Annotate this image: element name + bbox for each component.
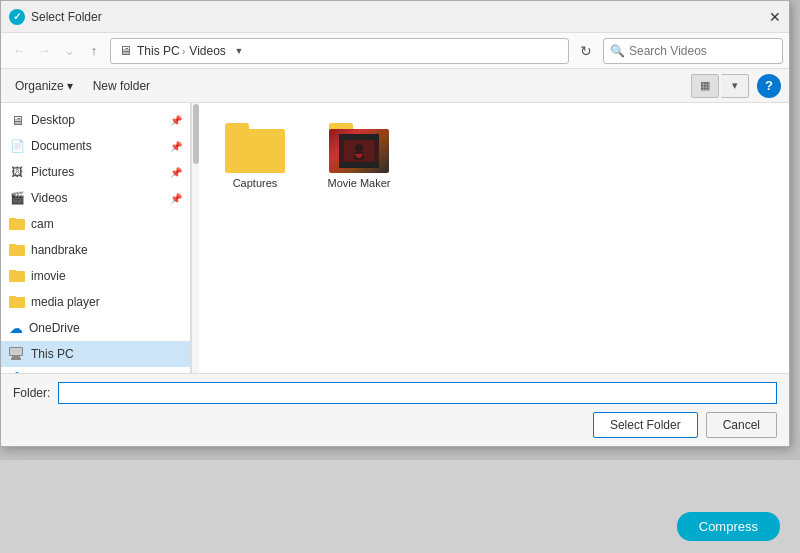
cam-folder-icon xyxy=(9,218,25,230)
sidebar-label-imovie: imovie xyxy=(31,269,66,283)
content-area: 🖥 Desktop 📌 📄 Documents 📌 🖼 Pictures 📌 🎬… xyxy=(1,103,789,373)
scrollbar-thumb xyxy=(193,104,199,164)
thispc-svg xyxy=(9,347,25,361)
pin-icon-videos: 📌 xyxy=(170,193,182,204)
sidebar-item-handbrake[interactable]: handbrake xyxy=(1,237,190,263)
sidebar-scrollbar[interactable] xyxy=(191,103,199,373)
forward-button[interactable]: → xyxy=(32,39,56,63)
sidebar-label-cam: cam xyxy=(31,217,54,231)
onedrive-icon: ☁ xyxy=(9,320,23,336)
folder-item-movie-maker[interactable]: Movie Maker xyxy=(319,119,399,193)
sidebar-label-pictures: Pictures xyxy=(31,165,74,179)
svg-point-4 xyxy=(15,372,19,374)
app-icon: ✓ xyxy=(9,9,25,25)
sidebar-label-thispc: This PC xyxy=(31,347,74,361)
sidebar-label-documents: Documents xyxy=(31,139,92,153)
folder-label: Folder: xyxy=(13,386,50,400)
movie-folder-image xyxy=(329,129,389,173)
new-folder-label: New folder xyxy=(93,79,150,93)
sidebar-label-media-player: media player xyxy=(31,295,100,309)
pictures-icon: 🖼 xyxy=(9,166,25,178)
search-icon: 🔍 xyxy=(610,44,625,58)
search-box: 🔍 xyxy=(603,38,783,64)
recent-button[interactable]: ⌄ xyxy=(57,39,81,63)
view-dropdown-button[interactable]: ▾ xyxy=(721,74,749,98)
sidebar-label-handbrake: handbrake xyxy=(31,243,88,257)
documents-icon: 📄 xyxy=(9,140,25,152)
view-arrow-icon: ▾ xyxy=(732,79,738,92)
back-button[interactable]: ← xyxy=(7,39,31,63)
nav-arrows: ← → ⌄ ↑ xyxy=(7,39,106,63)
desktop-icon: 🖥 xyxy=(9,114,25,126)
footer-area: Folder: Select Folder Cancel xyxy=(1,373,789,446)
captures-folder-icon xyxy=(225,123,285,173)
sidebar-item-network[interactable]: Network xyxy=(1,367,190,373)
imovie-folder-icon xyxy=(9,270,25,282)
svg-rect-3 xyxy=(11,358,21,360)
sidebar: 🖥 Desktop 📌 📄 Documents 📌 🖼 Pictures 📌 🎬… xyxy=(1,103,191,373)
handbrake-folder-icon xyxy=(9,244,25,256)
address-root-text: This PC xyxy=(137,44,180,58)
folder-input[interactable] xyxy=(58,382,777,404)
address-root: This PC › xyxy=(137,44,185,58)
sidebar-item-imovie[interactable]: imovie xyxy=(1,263,190,289)
sidebar-item-desktop[interactable]: 🖥 Desktop 📌 xyxy=(1,107,190,133)
select-folder-button[interactable]: Select Folder xyxy=(593,412,698,438)
navigation-bar: ← → ⌄ ↑ 🖥 This PC › Videos ▼ ↻ 🔍 xyxy=(1,33,789,69)
search-input[interactable] xyxy=(629,44,776,58)
thispc-sidebar-icon xyxy=(9,347,25,361)
sidebar-item-pictures[interactable]: 🖼 Pictures 📌 xyxy=(1,159,190,185)
toolbar: Organize ▾ New folder ▦ ▾ ? xyxy=(1,69,789,103)
app-background xyxy=(0,460,800,553)
organize-label: Organize xyxy=(15,79,64,93)
sidebar-label-videos: Videos xyxy=(31,191,67,205)
view-toggle-button[interactable]: ▦ xyxy=(691,74,719,98)
address-current: Videos xyxy=(189,44,225,58)
address-sep: › xyxy=(182,45,186,57)
address-current-text: Videos xyxy=(189,44,225,58)
title-bar: ✓ Select Folder ✕ xyxy=(1,1,789,33)
sidebar-item-documents[interactable]: 📄 Documents 📌 xyxy=(1,133,190,159)
dialog-title: Select Folder xyxy=(31,10,768,24)
network-icon xyxy=(9,372,25,374)
refresh-button[interactable]: ↻ xyxy=(573,38,599,64)
sidebar-item-media-player[interactable]: media player xyxy=(1,289,190,315)
sidebar-item-cam[interactable]: cam xyxy=(1,211,190,237)
thispc-nav-icon: 🖥 xyxy=(117,45,133,57)
address-dropdown-button[interactable]: ▼ xyxy=(230,42,248,60)
folder-input-row: Folder: xyxy=(13,382,777,404)
address-bar[interactable]: 🖥 This PC › Videos ▼ xyxy=(110,38,569,64)
svg-point-12 xyxy=(355,144,363,152)
sidebar-label-desktop: Desktop xyxy=(31,113,75,127)
pin-icon-pictures: 📌 xyxy=(170,167,182,178)
compress-button[interactable]: Compress xyxy=(677,512,780,541)
button-row: Select Folder Cancel xyxy=(13,412,777,438)
movie-maker-folder-icon xyxy=(329,123,389,173)
help-button[interactable]: ? xyxy=(757,74,781,98)
mediaplayer-folder-icon xyxy=(9,296,25,308)
view-buttons: ▦ ▾ xyxy=(691,74,749,98)
new-folder-button[interactable]: New folder xyxy=(87,76,156,96)
folder-item-captures[interactable]: Captures xyxy=(215,119,295,193)
select-folder-dialog: ✓ Select Folder ✕ ← → ⌄ ↑ 🖥 This PC › Vi… xyxy=(0,0,790,447)
sidebar-label-onedrive: OneDrive xyxy=(29,321,80,335)
sidebar-item-videos[interactable]: 🎬 Videos 📌 xyxy=(1,185,190,211)
sidebar-item-thispc[interactable]: This PC xyxy=(1,341,190,367)
sidebar-item-onedrive[interactable]: ☁ OneDrive xyxy=(1,315,190,341)
movie-maker-label: Movie Maker xyxy=(328,177,391,189)
title-bar-controls: ✕ xyxy=(768,10,781,23)
pin-icon-desktop: 📌 xyxy=(170,115,182,126)
organize-arrow: ▾ xyxy=(67,79,73,93)
close-button[interactable]: ✕ xyxy=(768,10,781,23)
svg-rect-2 xyxy=(12,356,20,358)
cancel-button[interactable]: Cancel xyxy=(706,412,777,438)
videos-icon: 🎬 xyxy=(9,191,25,205)
organize-button[interactable]: Organize ▾ xyxy=(9,76,79,96)
svg-rect-1 xyxy=(10,348,22,355)
captures-label: Captures xyxy=(233,177,278,189)
view-icon: ▦ xyxy=(700,79,710,92)
file-area: Captures xyxy=(199,103,789,373)
pin-icon-documents: 📌 xyxy=(170,141,182,152)
up-button[interactable]: ↑ xyxy=(82,39,106,63)
